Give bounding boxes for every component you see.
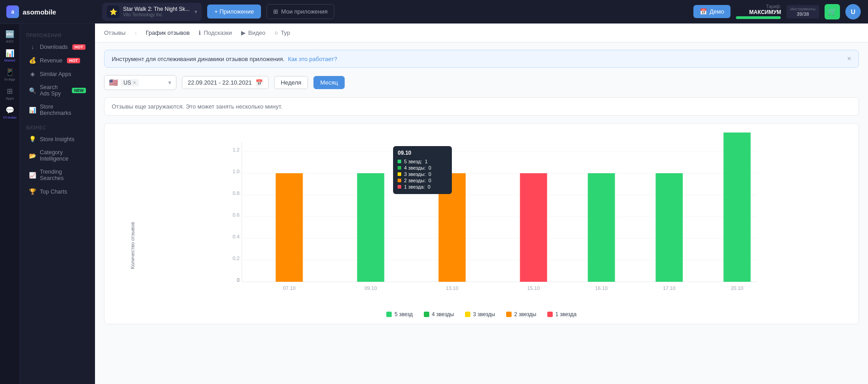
legend-star1: 1 звезда <box>547 311 577 318</box>
chart-link[interactable]: График отзывов <box>146 29 190 36</box>
my-apps-label: Мои приложения <box>281 8 327 15</box>
banner-text-content: Инструмент для отслеживания динамики отз… <box>112 56 285 62</box>
cart-button[interactable]: 🛒 <box>825 4 840 19</box>
similar-icon: ◈ <box>29 71 36 77</box>
month-button[interactable]: Месяц <box>313 76 345 89</box>
remove-country-button[interactable]: × <box>133 80 136 86</box>
hints-label: Подсказки <box>204 29 232 36</box>
legend-star5-color <box>386 312 392 317</box>
header-right: 📅 Демо Тариф: МАКСИМУМ Инструменты 39/38… <box>693 4 861 19</box>
tariff-block: Тариф: МАКСИМУМ <box>736 4 781 19</box>
topcharts-icon: 🏆 <box>29 188 36 195</box>
legend-star3-color <box>465 312 470 317</box>
svg-text:15.10: 15.10 <box>527 285 540 291</box>
close-banner-button[interactable]: × <box>847 55 851 63</box>
nav-market[interactable]: 📊 Market <box>1 47 19 65</box>
logo-text: asomobile <box>23 8 56 16</box>
svg-text:07.10: 07.10 <box>283 285 296 291</box>
nav-separator: › <box>135 29 137 37</box>
info-banner: Инструмент для отслеживания динамики отз… <box>104 50 859 68</box>
loading-message: Отзывы еще загружаются. Это может занять… <box>104 97 859 116</box>
logo-icon: a <box>6 5 19 18</box>
video-label: Видео <box>248 29 266 36</box>
nav-aso[interactable]: 🔤 ASO <box>1 28 19 46</box>
us-flag-icon: 🇺🇸 <box>109 78 118 87</box>
svg-text:1.0: 1.0 <box>232 169 239 174</box>
sidebar-item-insights[interactable]: 💡 Store Insights <box>23 133 92 146</box>
legend-star2-color <box>506 312 512 317</box>
tour-icon: ○ <box>275 29 278 36</box>
reviews-label: Отзывы <box>3 115 16 119</box>
demo-label: Демо <box>710 8 724 15</box>
reviews-chart: 0 0.2 0.4 0.6 0.8 1.0 1.2 <box>141 133 849 304</box>
app-info: Star Walk 2: The Night Sk... Vito Techno… <box>123 6 191 17</box>
tools-progress-bar <box>736 16 781 19</box>
sidebar-item-trending[interactable]: 📈 Trending Searches <box>23 166 92 185</box>
market-label: Market <box>4 58 15 62</box>
main-area: ⭐ Star Walk 2: The Night Sk... Vito Tech… <box>95 0 868 384</box>
chart-container: Количество отзывов 0 0.2 0.4 0.6 <box>104 123 859 324</box>
svg-text:16.10: 16.10 <box>595 285 608 291</box>
bar-0710-star2 <box>276 173 303 282</box>
demo-button[interactable]: 📅 Демо <box>693 5 730 18</box>
country-code: US <box>123 80 131 86</box>
benchmarks-icon: 📊 <box>29 107 36 114</box>
svg-text:0.2: 0.2 <box>232 256 239 261</box>
video-link[interactable]: ▶ Видео <box>241 29 266 36</box>
avatar[interactable]: U <box>845 4 861 19</box>
date-selector[interactable]: 22.09.2021 - 22.10.2021 📅 <box>182 76 269 89</box>
app-name: Star Walk 2: The Night Sk... <box>123 6 191 12</box>
category-icon: 📂 <box>29 152 36 159</box>
tools-badge: Инструменты 39/38 <box>787 5 819 19</box>
reviews-link[interactable]: Отзывы <box>104 29 126 36</box>
legend-star5: 5 звезд <box>386 311 413 318</box>
apps-icon: ⊞ <box>7 87 13 95</box>
sidebar-item-topcharts[interactable]: 🏆 Top Charts <box>23 185 92 198</box>
nav-inapp[interactable]: 📱 In-App <box>1 66 19 84</box>
how-it-works-link[interactable]: Как это работает? <box>288 56 337 62</box>
aso-label: ASO <box>6 39 14 43</box>
downloads-badge: HOT <box>72 44 85 50</box>
bar-1710-star5 <box>656 173 683 282</box>
legend-star3-label: 3 звезды <box>473 311 495 318</box>
sidebar-item-downloads[interactable]: ↓ Downloads HOT <box>23 40 92 53</box>
legend-star4: 4 звезды <box>424 311 454 318</box>
sidebar-item-benchmarks[interactable]: 📊 Store Benchmarks <box>23 100 92 119</box>
trending-label: Trending Searches <box>40 169 86 181</box>
app-selector[interactable]: ⭐ Star Walk 2: The Night Sk... Vito Tech… <box>102 3 202 21</box>
nav-reviews[interactable]: 💬 Отзывы <box>1 104 19 122</box>
left-sidebar: a asomobile 🔤 ASO 📊 Market 📱 In-App <box>0 0 95 384</box>
searchads-icon: 🔍 <box>29 87 36 94</box>
trending-icon: 📈 <box>29 172 36 179</box>
insights-icon: 💡 <box>29 136 36 142</box>
banner-text: Инструмент для отслеживания динамики отз… <box>112 56 337 62</box>
content-area: Инструмент для отслеживания динамики отз… <box>95 43 868 384</box>
svg-text:13.10: 13.10 <box>446 285 459 291</box>
svg-text:20.10: 20.10 <box>731 285 744 291</box>
calendar-icon: 📅 <box>700 8 707 15</box>
bar-1310-star2 <box>439 173 466 282</box>
add-app-button[interactable]: + Приложение <box>207 5 261 19</box>
inapp-icon: 📱 <box>5 68 14 76</box>
tour-link[interactable]: ○ Тур <box>275 29 290 36</box>
hints-link[interactable]: ℹ Подсказки <box>199 29 232 36</box>
legend-star1-color <box>547 312 553 317</box>
reviews-nav-icon: 💬 <box>5 106 14 114</box>
week-button[interactable]: Неделя <box>274 76 308 89</box>
similar-label: Similar Apps <box>40 71 71 77</box>
my-apps-button[interactable]: ⊞ Мои приложения <box>266 4 334 19</box>
chevron-down-icon: ▾ <box>194 9 197 15</box>
sidebar-item-revenue[interactable]: 💰 Revenue HOT <box>23 54 92 67</box>
sidebar-item-searchads[interactable]: 🔍 Search Ads Spy NEW <box>23 81 92 100</box>
nav-apps[interactable]: ⊞ Apps <box>1 85 19 103</box>
sidebar-item-similar[interactable]: ◈ Similar Apps <box>23 67 92 81</box>
svg-text:0.6: 0.6 <box>232 212 239 218</box>
app-icon: ⭐ <box>107 5 119 18</box>
svg-text:09.10: 09.10 <box>365 285 377 291</box>
country-selector[interactable]: 🇺🇸 US × ▾ <box>104 75 176 90</box>
sidebar-item-category[interactable]: 📂 Category Intelligence <box>23 146 92 165</box>
legend-star3: 3 звезды <box>465 311 495 318</box>
sub-nav: Отзывы › График отзывов ℹ Подсказки ▶ Ви… <box>95 24 868 43</box>
video-icon: ▶ <box>241 29 246 36</box>
calendar-picker-icon: 📅 <box>256 79 263 86</box>
